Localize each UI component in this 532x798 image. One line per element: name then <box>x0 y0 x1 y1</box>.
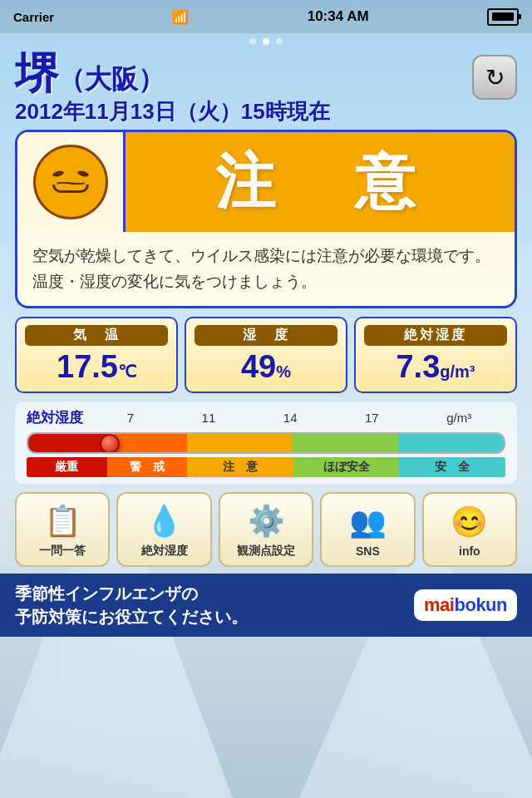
level-labels: 厳重 警 戒 注 意 ほぼ安全 安 全 <box>27 457 505 477</box>
footer-logo: maibokun <box>414 589 517 621</box>
level-caution: 注 意 <box>187 457 293 477</box>
gauge-bar <box>27 432 505 454</box>
nav-settings[interactable]: ⚙️ 観測点設定 <box>219 492 313 567</box>
sns-label: SNS <box>356 544 380 558</box>
gauge-indicator-ball <box>100 434 120 454</box>
alert-text-box: 注 意 <box>126 132 515 232</box>
footer: 季節性インフルエンザの 予防対策にお役立てください。 maibokun <box>0 574 532 637</box>
city-name: 堺（大阪） <box>15 50 330 97</box>
gauge-numbers: 7 11 14 17 g/m³ <box>93 411 505 425</box>
abs-humidity-value: 7.3g/m³ <box>364 349 507 385</box>
nav-humidity[interactable]: 💧 絶対湿度 <box>116 492 211 567</box>
settings-label: 観測点設定 <box>237 544 295 559</box>
wifi-icon: 📶 <box>172 9 189 25</box>
alert-header: 注 意 <box>17 132 515 232</box>
bottom-nav: 📋 一問一答 💧 絶対湿度 ⚙️ 観測点設定 👥 SNS 😊 info <box>15 492 517 567</box>
alert-level-text: 注 意 <box>215 142 425 222</box>
info-icon: 😊 <box>451 505 488 539</box>
seg-lightgreen <box>293 434 398 452</box>
dot-2 <box>263 38 269 45</box>
nav-sns[interactable]: 👥 SNS <box>320 492 415 567</box>
quiz-label: 一問一答 <box>39 544 86 559</box>
date-line: 2012年11月13日（火）15時現在 <box>15 97 330 126</box>
status-bar: Carrier 📶 10:34 AM <box>0 0 532 33</box>
stat-humidity: 湿 度 49% <box>185 317 347 393</box>
abs-humidity-label: 絶対湿度 <box>364 325 507 346</box>
info-label: info <box>459 544 480 558</box>
page-indicator <box>0 33 532 50</box>
humidity-value: 49% <box>195 349 337 385</box>
alert-emoji-box <box>17 132 126 232</box>
carrier-label: Carrier <box>13 10 54 24</box>
temp-value: 17.5℃ <box>25 349 168 385</box>
gauge-title: 絶対湿度 <box>27 408 83 427</box>
humidity-gauge: 絶対湿度 7 11 14 17 g/m³ 厳重 <box>15 401 517 484</box>
alert-description: 空気が乾燥してきて、ウイルス感染には注意が必要な環境です。温度・湿度の変化に気を… <box>17 232 515 306</box>
battery-indicator <box>487 8 519 26</box>
gauge-header: 絶対湿度 7 11 14 17 g/m³ <box>27 408 505 427</box>
sns-icon: 👥 <box>349 505 387 539</box>
nav-info[interactable]: 😊 info <box>422 492 517 567</box>
stat-temperature: 気 温 17.5℃ <box>15 317 178 393</box>
stat-absolute-humidity: 絶対湿度 7.3g/m³ <box>354 317 517 393</box>
warning-face <box>33 145 108 219</box>
face-eyes <box>52 171 89 176</box>
header: 堺（大阪） 2012年11月13日（火）15時現在 ↻ <box>15 50 517 126</box>
seg-cyan <box>398 434 504 452</box>
location-info: 堺（大阪） 2012年11月13日（火）15時現在 <box>15 50 330 126</box>
level-mostly-safe: ほぼ安全 <box>293 457 400 477</box>
refresh-button[interactable]: ↻ <box>472 55 517 100</box>
seg-yellow <box>187 434 293 452</box>
face-mouth <box>52 185 89 193</box>
nav-quiz[interactable]: 📋 一問一答 <box>15 492 110 567</box>
dot-1 <box>249 38 256 45</box>
settings-icon: ⚙️ <box>248 504 285 539</box>
seg-red <box>28 434 107 452</box>
alert-card: 注 意 空気が乾燥してきて、ウイルス感染には注意が必要な環境です。温度・湿度の変… <box>15 130 517 308</box>
quiz-icon: 📋 <box>44 504 81 539</box>
humidity-icon: 💧 <box>145 504 183 539</box>
level-safe: 安 全 <box>399 457 505 477</box>
humidity-nav-label: 絶対湿度 <box>141 544 188 559</box>
footer-text: 季節性インフルエンザの 予防対策にお役立てください。 <box>15 582 248 628</box>
dot-3 <box>276 38 283 45</box>
humidity-label: 湿 度 <box>195 325 337 346</box>
left-eye <box>52 170 64 177</box>
level-warning: 警 戒 <box>107 457 188 477</box>
right-eye <box>76 170 89 177</box>
level-critical: 厳重 <box>27 457 107 477</box>
stats-row: 気 温 17.5℃ 湿 度 49% 絶対湿度 7.3g/m³ <box>15 317 517 393</box>
time-display: 10:34 AM <box>308 8 369 25</box>
temp-label: 気 温 <box>25 325 168 346</box>
